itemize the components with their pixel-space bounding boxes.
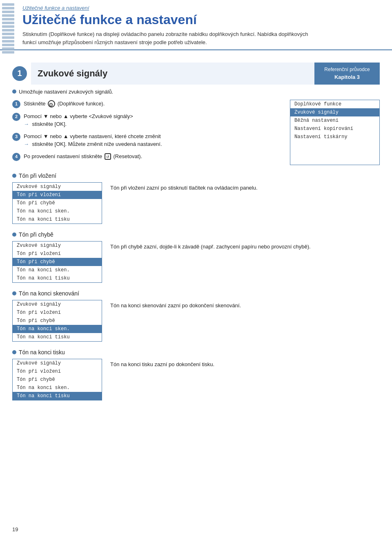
chapter-subtitle: Užitečné funkce a nastavení [22,5,384,11]
tone-desc-tisku: Tón na konci tisku zazní po dokončení ti… [110,359,380,369]
tone-desc-chybe: Tón při chybě zazní, dojde-li k závadě (… [110,241,380,251]
tone-desc-sken: Tón na konci skenování zazní po dokončen… [110,300,380,310]
mi-vlozeni-1: Tón při vložení [13,191,102,199]
step-badge-1: 1 [12,100,20,108]
ref-label: Referenční průvodce [320,66,374,73]
step-text-3: Pomocí ▼ nebo ▲ vyberte nastavení, které… [24,132,283,148]
tone-content-sken: Zvukové signály Tón při vložení Tón při … [12,300,380,342]
tone-header-tisku: Tón na konci tisku [12,349,380,356]
mi-chybe-3: Tón při chybě [13,317,102,325]
bullet-icon-sken [12,291,16,295]
reference-box: Referenční průvodce Kapitola 3 [314,63,380,85]
step-text-2: Pomocí ▼ nebo ▲ vyberte <Zvukové signály… [24,112,283,128]
steps-area: 1 Stiskněte ⚙ (Doplňkové funkce). 2 Pomo… [12,100,380,165]
gear-icon: ⚙ [48,100,55,107]
bullet-icon-chybe [12,233,16,237]
tone-label-vlozeni: Tón při vložení [19,172,56,179]
tone-desc-vlozeni: Tón při vložení zazní po stisknutí tlači… [110,182,380,192]
mi-vlozeni-4: Tón při vložení [13,367,102,376]
menu-item-zvukove: Zvukové signály [290,108,379,116]
mi-tisku-1: Tón na konci tisku [13,215,102,224]
menu-item-tiskarna: Nastavení tiskárny [290,133,379,141]
section-title: Zvukové signály [38,68,107,79]
mi-sken-4: Tón na konci sken. [13,384,102,392]
mi-zvukove-4: Zvukové signály [13,359,102,367]
step-2: 2 Pomocí ▼ nebo ▲ vyberte <Zvukové signá… [12,112,283,128]
step-text-1: Stiskněte ⚙ (Doplňkové funkce). [24,100,283,108]
mi-chybe-4: Tón při chybě [13,376,102,384]
mi-vlozeni-3: Tón při vložení [13,309,102,317]
mi-tisku-4: Tón na konci tisku [13,392,102,400]
chapter-desc: Stisknutím (Doplňkové funkce) na displej… [22,30,384,46]
tone-section-sken: Tón na konci skenování Zvukové signály T… [12,290,380,342]
menu-item-bezna: Běžná nastavení [290,116,379,125]
menu-item-kopirovani: Nastavení kopírování [290,125,379,133]
ref-chapter: Kapitola 3 [320,73,374,81]
section-number-badge: 1 [12,66,27,81]
tone-section-vlozeni: Tón při vložení Zvukové signály Tón při … [12,172,380,224]
steps-list: 1 Stiskněte ⚙ (Doplňkové funkce). 2 Pomo… [12,100,283,165]
mi-tisku-3: Tón na konci tisku [13,333,102,341]
tone-content-vlozeni: Zvukové signály Tón při vložení Tón při … [12,182,380,224]
menu-display-sken: Zvukové signály Tón při vložení Tón při … [12,300,102,342]
mi-chybe-2: Tón při chybě [13,258,102,266]
step-badge-3: 3 [12,133,20,141]
mi-sken-2: Tón na konci sken. [13,266,102,274]
tone-label-chybe: Tón při chybě [19,231,53,238]
bullet-row-1: Umožňuje nastavení zvukových signálů. [12,89,380,95]
mi-vlozeni-2: Tón při vložení [13,250,102,258]
mi-sken-3: Tón na konci sken. [13,325,102,333]
step-badge-4: 4 [12,153,20,161]
mi-chybe-1: Tón při chybě [13,199,102,207]
step-badge-2: 2 [12,113,20,121]
desc-line1: Stisknutím (Doplňkové funkce) na displej… [22,31,308,37]
mi-sken-1: Tón na konci sken. [13,207,102,215]
tone-header-vlozeni: Tón při vložení [12,172,380,179]
mi-zvukove-2: Zvukové signály [13,242,102,250]
main-menu-display: Doplňkové funkce Zvukové signály Běžná n… [290,100,380,165]
menu-display-vlozeni: Zvukové signály Tón při vložení Tón při … [12,182,102,224]
chapter-title: Užitečné funkce a nastavení [22,13,384,27]
top-stripe-decoration [0,0,16,57]
section-title-box: Zvukové signály [31,63,314,85]
tone-label-sken: Tón na konci skenování [19,290,79,297]
tone-label-tisku: Tón na konci tisku [19,349,65,356]
bullet-icon-tisku [12,350,16,354]
step-1: 1 Stiskněte ⚙ (Doplňkové funkce). [12,100,283,108]
mi-tisku-2: Tón na konci tisku [13,274,102,282]
page-header: Užitečné funkce a nastavení Užitečné fun… [0,0,392,50]
desc-line2: funkcí umožňuje přizpůsobení různých nas… [22,39,207,45]
tone-header-sken: Tón na konci skenování [12,290,380,297]
section-header: 1 Zvukové signály Referenční průvodce Ka… [12,63,380,85]
tone-content-tisku: Zvukové signály Tón při vložení Tón při … [12,359,380,400]
step-3: 3 Pomocí ▼ nebo ▲ vyberte nastavení, kte… [12,132,283,148]
bullet-text-1: Umožňuje nastavení zvukových signálů. [19,89,113,95]
reset-icon: ↺ [105,153,111,160]
menu-display-chybe: Zvukové signály Tón při vložení Tón při … [12,241,102,283]
tone-section-chybe: Tón při chybě Zvukové signály Tón při vl… [12,231,380,283]
page-number: 19 [12,526,18,532]
mi-zvukove-1: Zvukové signály [13,183,102,191]
main-content: 1 Zvukové signály Referenční průvodce Ka… [0,52,392,411]
tone-content-chybe: Zvukové signály Tón při vložení Tón při … [12,241,380,283]
step-4: 4 Po provedení nastavení stiskněte ↺ (Re… [12,152,283,161]
tone-section-tisku: Tón na konci tisku Zvukové signály Tón p… [12,349,380,400]
step-text-4: Po provedení nastavení stiskněte ↺ (Rese… [24,152,283,161]
tone-header-chybe: Tón při chybě [12,231,380,238]
bullet-icon-1 [12,89,16,94]
menu-display-tisku: Zvukové signály Tón při vložení Tón při … [12,359,102,400]
menu-item-doplnkove: Doplňkové funkce [290,100,379,108]
bullet-icon-vlozeni [12,174,16,178]
mi-zvukove-3: Zvukové signály [13,300,102,309]
